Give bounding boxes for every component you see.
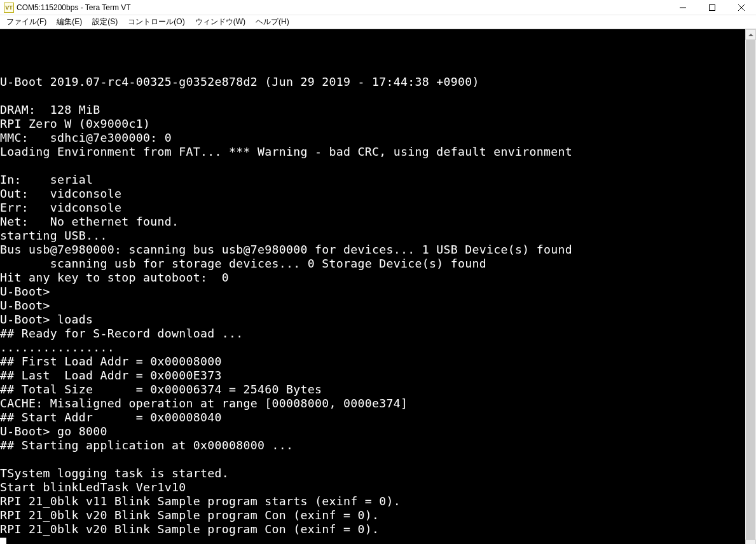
svg-marker-4: [748, 34, 753, 36]
close-button[interactable]: [727, 0, 756, 15]
maximize-button[interactable]: [698, 0, 727, 15]
menu-help[interactable]: ヘルプ(H): [251, 15, 294, 29]
vertical-scrollbar[interactable]: [745, 29, 756, 544]
scrollbar-thumb[interactable]: [746, 40, 755, 540]
terminal-output[interactable]: U-Boot 2019.07-rc4-00325-g0352e878d2 (Ju…: [0, 29, 745, 544]
menu-window[interactable]: ウィンドウ(W): [190, 15, 251, 29]
minimize-button[interactable]: [668, 0, 698, 15]
window-controls: [668, 0, 756, 15]
scroll-down-button[interactable]: [745, 540, 756, 544]
window-title: COM5:115200bps - Tera Term VT: [17, 3, 131, 12]
menu-edit[interactable]: 編集(E): [52, 15, 87, 29]
terminal-area: U-Boot 2019.07-rc4-00325-g0352e878d2 (Ju…: [0, 29, 756, 544]
menu-control[interactable]: コントロール(O): [123, 15, 189, 29]
app-icon: VT: [4, 3, 14, 13]
menu-setup[interactable]: 設定(S): [87, 15, 123, 29]
terminal-cursor: [0, 538, 6, 544]
scrollbar-track[interactable]: [745, 40, 756, 540]
scroll-up-button[interactable]: [745, 29, 756, 40]
window-titlebar: VT COM5:115200bps - Tera Term VT: [0, 0, 756, 15]
svg-rect-1: [710, 5, 715, 11]
menu-file[interactable]: ファイル(F): [1, 15, 52, 29]
menu-bar: ファイル(F) 編集(E) 設定(S) コントロール(O) ウィンドウ(W) ヘ…: [0, 15, 756, 29]
